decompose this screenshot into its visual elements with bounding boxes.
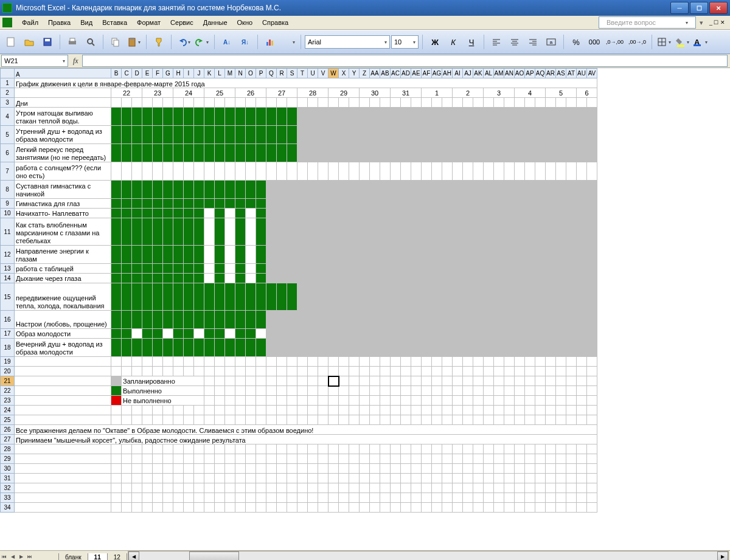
col-header[interactable]: E — [142, 69, 153, 78]
col-header[interactable]: AQ — [535, 69, 546, 78]
cell[interactable]: 23 — [142, 88, 173, 98]
cell[interactable] — [256, 357, 266, 367]
cell[interactable] — [566, 444, 577, 454]
cell[interactable] — [473, 311, 484, 329]
cell[interactable] — [473, 108, 484, 126]
cell[interactable] — [556, 283, 566, 311]
cell[interactable] — [111, 98, 122, 108]
cell[interactable] — [463, 474, 473, 483]
cell[interactable] — [173, 199, 184, 209]
cell[interactable] — [287, 474, 297, 483]
cell[interactable] — [525, 126, 535, 144]
cell[interactable] — [463, 98, 473, 108]
cell[interactable] — [391, 329, 401, 339]
cell[interactable] — [577, 474, 587, 483]
cell[interactable] — [256, 339, 266, 357]
cell[interactable] — [401, 218, 411, 246]
col-header[interactable]: AU — [577, 69, 587, 78]
cell[interactable] — [318, 503, 328, 513]
cell[interactable] — [318, 376, 328, 386]
cell[interactable]: 25 — [204, 88, 235, 98]
cell[interactable] — [463, 493, 473, 503]
cell[interactable] — [535, 311, 546, 329]
cell[interactable] — [515, 406, 525, 415]
chart-button[interactable] — [262, 35, 279, 49]
cell[interactable] — [277, 162, 287, 181]
cell[interactable] — [587, 376, 597, 386]
cell[interactable] — [204, 246, 215, 264]
cell[interactable] — [525, 503, 535, 513]
cell[interactable] — [453, 396, 463, 406]
cell[interactable] — [525, 311, 535, 329]
cell[interactable] — [411, 474, 422, 483]
cell[interactable] — [504, 357, 515, 367]
cell[interactable] — [577, 503, 587, 513]
cell[interactable] — [163, 246, 173, 264]
cell[interactable] — [484, 246, 494, 264]
cell[interactable] — [401, 406, 411, 415]
cell[interactable] — [442, 144, 453, 162]
cell[interactable] — [411, 415, 422, 425]
cell[interactable] — [277, 474, 287, 483]
cell[interactable] — [422, 264, 432, 274]
cell[interactable] — [556, 464, 566, 474]
cell[interactable]: 30 — [360, 88, 391, 98]
cell[interactable] — [266, 199, 277, 209]
cell[interactable] — [204, 454, 215, 464]
cell[interactable] — [515, 339, 525, 357]
cell[interactable] — [515, 444, 525, 454]
cell[interactable] — [308, 199, 318, 209]
cell[interactable] — [546, 357, 556, 367]
row-header[interactable]: 14 — [1, 274, 15, 283]
cell[interactable] — [194, 199, 204, 209]
cell[interactable] — [463, 454, 473, 464]
ask-question-box[interactable]: Введите вопрос▾ — [599, 16, 696, 29]
cell[interactable] — [587, 246, 597, 264]
cell[interactable] — [432, 376, 442, 386]
cell[interactable] — [225, 209, 235, 218]
col-header[interactable]: AF — [422, 69, 432, 78]
cell[interactable] — [15, 386, 111, 396]
row-header[interactable]: 21 — [1, 376, 15, 386]
cell[interactable] — [277, 283, 287, 311]
maximize-button[interactable]: ☐ — [690, 2, 708, 14]
cell[interactable] — [184, 199, 194, 209]
cell[interactable] — [132, 454, 142, 464]
cell[interactable] — [297, 454, 308, 464]
cell[interactable] — [132, 357, 142, 367]
cell[interactable] — [360, 98, 370, 108]
menu-service[interactable]: Сервис — [165, 18, 198, 27]
menu-help[interactable]: Справка — [257, 18, 293, 27]
cell[interactable] — [401, 144, 411, 162]
cell[interactable] — [204, 162, 215, 181]
cell[interactable] — [380, 199, 391, 209]
cell[interactable] — [122, 339, 132, 357]
cell[interactable] — [546, 264, 556, 274]
cell[interactable] — [318, 464, 328, 474]
cell[interactable] — [225, 444, 235, 454]
close-button[interactable]: ✕ — [709, 2, 728, 14]
cell[interactable] — [504, 474, 515, 483]
cell[interactable] — [277, 274, 287, 283]
cell[interactable] — [111, 274, 122, 283]
cell[interactable] — [587, 406, 597, 415]
cell[interactable] — [153, 283, 163, 311]
cell[interactable] — [442, 162, 453, 181]
cell[interactable] — [380, 386, 391, 396]
cell[interactable] — [380, 283, 391, 311]
cell[interactable] — [163, 474, 173, 483]
cell[interactable] — [235, 283, 246, 311]
cell[interactable] — [111, 367, 122, 376]
cell[interactable] — [432, 474, 442, 483]
cell[interactable] — [111, 199, 122, 209]
cell[interactable] — [349, 311, 360, 329]
cell[interactable] — [484, 376, 494, 386]
cell[interactable] — [515, 209, 525, 218]
cell[interactable] — [473, 126, 484, 144]
cell[interactable] — [142, 162, 153, 181]
cell[interactable] — [297, 311, 308, 329]
cell[interactable] — [380, 162, 391, 181]
cell[interactable] — [163, 415, 173, 425]
col-header[interactable]: S — [287, 69, 297, 78]
cell[interactable] — [256, 199, 266, 209]
